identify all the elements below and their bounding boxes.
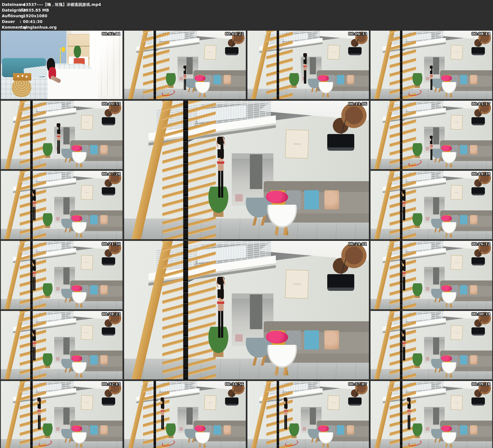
poster-text: VOGUE — [208, 52, 212, 53]
pendant-lamp — [471, 47, 485, 55]
person-figure — [159, 397, 166, 429]
video-thumbnail: VOGUE 00:24:01 — [124, 241, 369, 379]
vogue-poster: VOGUE — [450, 115, 463, 130]
pink-clothing — [441, 215, 452, 221]
timestamp-overlay: 00:39:18 — [472, 382, 490, 386]
timestamp-overlay: 00:06:33 — [348, 32, 367, 36]
vogue-poster: VOGUE — [327, 395, 339, 410]
timestamp-overlay: 00:37:07 — [348, 382, 367, 386]
coffee-table — [439, 292, 459, 307]
timestamp-overlay: 00:32:45 — [102, 382, 121, 386]
vogue-poster: VOGUE — [81, 325, 93, 340]
file-info-separator: : — [20, 24, 23, 30]
video-thumbnail: VOGUE 00:21:50 — [1, 241, 123, 309]
sofa-pillow-cyan — [90, 425, 98, 435]
coffee-table — [315, 432, 336, 448]
sofa-pillow-cyan — [304, 330, 319, 349]
pendant-lamp — [102, 187, 115, 195]
sofa-pillow-tan — [470, 285, 477, 295]
staircase-pole — [183, 241, 188, 379]
pendant-lamp — [225, 397, 238, 405]
video-thumbnail: VOGUE 00:08:44 — [370, 31, 492, 99]
sofa-pillow-tan — [347, 75, 354, 84]
pink-clothing — [441, 426, 452, 432]
video-thumbnail: VOGUE 00:19:39 — [370, 171, 492, 239]
video-thumbnail: VOGUE 00:30:34 — [370, 311, 492, 379]
person-figure — [401, 190, 407, 220]
person-figure — [282, 397, 289, 429]
video-thumbnail: VOGUE 00:39:18 — [370, 381, 492, 448]
sofa-pillow-cyan — [460, 75, 467, 84]
sofa-pillow-tan — [470, 425, 477, 435]
video-thumbnail: VOGUE 00:26:12 — [370, 241, 492, 309]
staircase-pole — [277, 31, 279, 99]
poster-text: VOGUE — [455, 262, 459, 263]
video-thumbnail: VOGUE 00:28:23 — [1, 311, 123, 379]
person-figure — [182, 66, 187, 90]
staircase-pole — [400, 101, 403, 169]
staircase-pole — [183, 101, 188, 239]
pink-clothing — [71, 145, 82, 151]
sofa-pillow-cyan — [460, 215, 467, 224]
poster-text: VOGUE — [455, 192, 459, 193]
vogue-poster: VOGUE — [204, 395, 216, 410]
coffee-table — [69, 152, 90, 167]
file-info-row: Dateiname:43537----【嗨，玫瑰】冰锁逃脱游戏.mp4 — [2, 2, 493, 7]
sofa-pillow-cyan — [213, 425, 221, 435]
file-info-label: Kommentar — [2, 24, 20, 30]
sofa-pillow-cyan — [304, 190, 319, 209]
vogue-poster: VOGUE — [450, 45, 463, 60]
pink-clothing — [441, 285, 452, 291]
video-thumbnail: VOGUE 00:04:22 — [124, 31, 246, 99]
pendant-lamp — [471, 187, 485, 195]
video-thumbnail: VOGUE 00:06:33 — [247, 31, 369, 99]
pendant-lamp — [471, 327, 485, 336]
video-thumbnail: VOGUE 00:37:07 — [247, 381, 369, 448]
poster-text: VOGUE — [455, 332, 459, 333]
person-figure — [401, 330, 407, 360]
contact-sheet: { "header": { "rows": [ { "label": "Date… — [0, 0, 493, 448]
poster-text: VOGUE — [455, 122, 459, 123]
plant — [411, 283, 424, 299]
pink-clothing — [441, 355, 452, 361]
sofa-pillow-cyan — [460, 145, 467, 155]
pendant-lamp — [327, 274, 354, 291]
file-info-value: 1920x1080 — [23, 14, 47, 18]
poster-text: VOGUE — [455, 402, 459, 403]
file-info-row: Dauer:00:41:30 — [2, 19, 493, 24]
plant — [164, 424, 178, 439]
vogue-poster: VOGUE — [81, 395, 93, 410]
person-figure — [302, 53, 308, 84]
plant — [287, 424, 301, 439]
sofa-pillow-cyan — [337, 425, 344, 435]
coffee-table — [439, 362, 459, 377]
file-info-value: 43537----【嗨，玫瑰】冰锁逃脱游戏.mp4 — [23, 2, 101, 7]
person-figure — [401, 260, 407, 291]
timestamp-overlay: 00:19:39 — [472, 172, 490, 176]
poster-text: VOGUE — [85, 262, 89, 263]
person-figure — [406, 397, 412, 429]
timestamp-overlay: 00:15:17 — [472, 102, 490, 106]
file-info-row: Kommentar:qinglanhua.org — [2, 24, 493, 30]
plant — [411, 213, 424, 229]
sofa-pillow-tan — [100, 215, 108, 224]
vogue-poster: VOGUE — [81, 255, 93, 270]
sofa-pillow-tan — [224, 75, 231, 84]
coffee-table — [69, 362, 90, 377]
wall-decor-circles — [330, 241, 369, 278]
pink-clothing — [195, 426, 206, 432]
coffee-table — [261, 205, 303, 235]
vogue-poster: VOGUE — [204, 45, 216, 60]
timestamp-overlay: 00:04:22 — [225, 32, 244, 36]
coffee-table — [439, 432, 459, 448]
file-info-row: Auflösung:1920x1080 — [2, 13, 493, 19]
vogue-poster: VOGUE — [327, 45, 339, 60]
poster-text: VOGUE — [85, 122, 89, 123]
coffee-table — [439, 82, 459, 97]
coffee-table — [261, 345, 303, 375]
file-info-separator: : — [20, 7, 23, 13]
pink-clothing — [318, 75, 329, 81]
vogue-poster: VOGUE — [81, 115, 93, 130]
video-thumbnail: VOGUE 00:10:55 — [1, 101, 123, 169]
sofa-pillow-tan — [224, 425, 231, 435]
